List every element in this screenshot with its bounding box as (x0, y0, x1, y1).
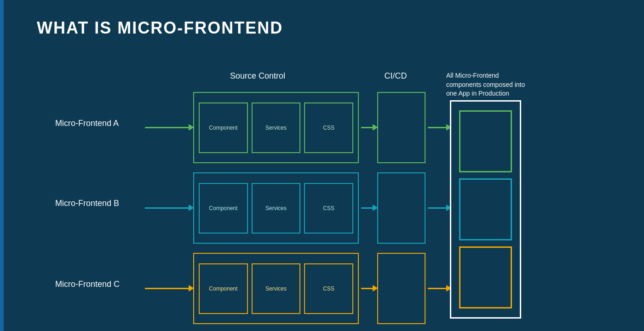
prod-inner-c (459, 246, 512, 308)
row-label-a: Micro-Frontend A (55, 119, 119, 128)
arrow-b1 (145, 205, 194, 211)
cicd-box-c (377, 253, 426, 324)
prod-inner-a (459, 110, 512, 172)
row-label-b: Micro-Frontend B (55, 199, 119, 208)
page-title: WHAT IS MICRO-FRONTEND (37, 18, 283, 38)
sc-box-a: Component Services CSS (193, 92, 359, 163)
arrow-a1 (145, 124, 194, 131)
left-accent-bar (0, 0, 4, 331)
arrow-c1 (145, 285, 194, 291)
arrow-b3 (428, 205, 452, 211)
sc-box-b: Component Services CSS (193, 172, 359, 244)
sc-box-c-css: CSS (304, 263, 353, 314)
arrow-c2 (361, 285, 378, 291)
production-box (450, 100, 521, 319)
arrow-a2 (361, 124, 378, 131)
prod-inner-b (459, 178, 512, 240)
arrow-b2 (361, 205, 378, 211)
cicd-box-a (377, 92, 426, 163)
sc-box-b-component: Component (199, 183, 248, 234)
cicd-label: CI/CD (373, 71, 419, 81)
cicd-box-b (377, 172, 426, 244)
sc-box-c-services: Services (252, 263, 301, 314)
sc-box-c: Component Services CSS (193, 253, 359, 324)
production-label: All Micro-Frontend components composed i… (446, 71, 527, 98)
sc-box-b-services: Services (252, 183, 301, 234)
arrow-c3 (428, 285, 452, 291)
row-label-c: Micro-Frontend C (55, 280, 120, 289)
source-control-label: Source Control (216, 71, 299, 81)
sc-box-a-component: Component (199, 103, 248, 153)
sc-box-b-css: CSS (304, 183, 353, 234)
sc-box-a-css: CSS (304, 103, 353, 153)
sc-box-c-component: Component (199, 263, 248, 314)
arrow-a3 (428, 124, 452, 131)
sc-box-a-services: Services (252, 103, 301, 153)
